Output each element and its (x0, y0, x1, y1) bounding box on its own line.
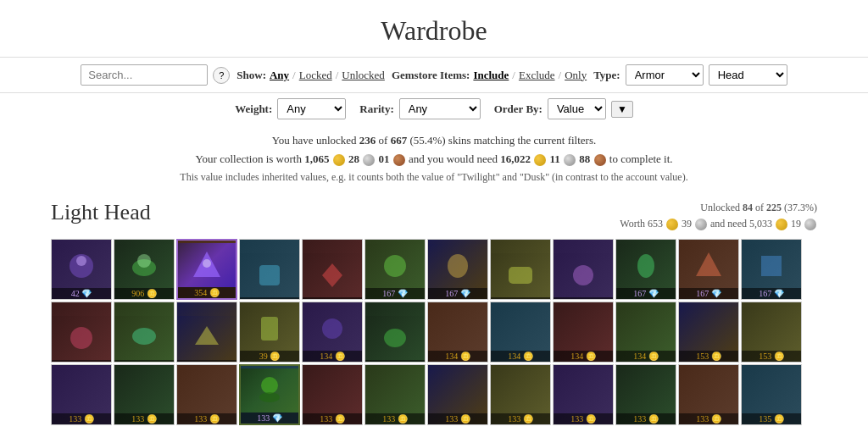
skin-cell[interactable] (553, 239, 614, 300)
stats-line1: You have unlocked 236 of 667 (55.4%) ski… (17, 131, 851, 150)
skin-image (616, 369, 676, 413)
order-filter: Order By: Value Name Rarity ▼ (494, 98, 633, 119)
worth-gold (666, 219, 678, 230)
skin-cell[interactable] (239, 239, 300, 300)
skin-cell[interactable] (114, 302, 175, 363)
skin-image (679, 369, 738, 413)
stats-line3: This value includes inherited values, e.… (17, 169, 851, 186)
skin-cell[interactable]: 167 💎 (741, 239, 802, 300)
section-meta: Unlocked 84 of 225 (37.3%) Worth 653 39 … (620, 200, 817, 232)
svg-rect-10 (509, 267, 532, 284)
skin-cell[interactable]: 133 🪙 (615, 364, 676, 425)
skin-cell[interactable]: 134 🪙 (553, 302, 614, 363)
skin-cell[interactable]: 39 🪙 (239, 302, 300, 363)
skin-cell[interactable]: 133 🪙 (427, 364, 488, 425)
skin-cost: 134 🪙 (616, 351, 676, 362)
skin-image (177, 369, 236, 413)
gemstore-only[interactable]: Only (565, 69, 587, 82)
skin-cost (365, 360, 425, 362)
copper-icon (393, 154, 405, 166)
skin-cell[interactable]: 134 🪙 (490, 302, 551, 363)
copper-icon2 (594, 154, 606, 166)
skin-cell[interactable]: 133 🪙 (114, 364, 175, 425)
skin-image (241, 368, 298, 413)
skin-cell[interactable] (364, 302, 426, 363)
skin-cost: 134 🪙 (491, 351, 550, 362)
skin-cell[interactable]: 153 🪙 (741, 302, 802, 363)
skin-cell[interactable]: 167 💎 (427, 239, 488, 300)
skin-cell[interactable]: 167 💎 (678, 239, 739, 300)
skin-cost: 133 🪙 (679, 413, 738, 424)
skin-cell[interactable]: 133 🪙 (176, 364, 237, 425)
skin-cost: 134 🪙 (554, 351, 613, 362)
skin-cell[interactable]: 133 🪙 (678, 364, 739, 425)
order-select[interactable]: Value Name Rarity (548, 98, 606, 119)
skin-cell[interactable]: 134 🪙 (302, 302, 363, 363)
skin-cell[interactable]: 153 🪙 (678, 302, 739, 363)
gemstore-include[interactable]: Include (473, 69, 509, 82)
skin-image (303, 307, 362, 351)
show-any[interactable]: Any (270, 69, 289, 82)
skin-image (52, 244, 111, 288)
skin-image (742, 307, 801, 351)
skin-image (491, 369, 550, 413)
help-button[interactable]: ? (213, 67, 230, 84)
search-input[interactable] (81, 64, 208, 86)
skin-cell[interactable]: 906 🪙 (114, 239, 175, 300)
skin-cost (491, 297, 550, 299)
show-unlocked[interactable]: Unlocked (342, 69, 385, 82)
rarity-filter: Rarity: Any Legendary Exotic Rare (359, 98, 480, 119)
weight-select[interactable]: Any Heavy Medium Light (277, 98, 346, 119)
skin-image (365, 244, 425, 288)
show-label: Show: (236, 69, 266, 82)
rarity-select[interactable]: Any Legendary Exotic Rare (399, 98, 481, 119)
skin-image (616, 244, 676, 288)
skin-cell[interactable]: 133 🪙 (553, 364, 614, 425)
skin-cell[interactable] (51, 302, 112, 363)
skin-cost: 906 🪙 (114, 288, 174, 299)
worth-silver (695, 219, 707, 230)
skin-cell[interactable]: 133 🪙 (364, 364, 426, 425)
skin-cell[interactable] (490, 239, 551, 300)
skin-cell[interactable]: 134 🪙 (427, 302, 488, 363)
type-select[interactable]: Armor Weapon Back Gathering (626, 64, 704, 86)
skin-image (240, 253, 299, 297)
gemstore-exclude[interactable]: Exclude (519, 69, 555, 82)
skin-cell[interactable]: 133 🪙 (51, 364, 112, 425)
svg-point-8 (384, 255, 406, 277)
order-label: Order By: (494, 102, 542, 116)
skin-cell[interactable] (302, 239, 363, 300)
skin-cost (177, 360, 236, 362)
skin-cell[interactable]: 133 💎 (239, 364, 300, 425)
skin-cell[interactable]: 167 💎 (615, 239, 676, 300)
skin-cost (303, 297, 362, 299)
skin-cost: 133 🪙 (554, 413, 613, 424)
skin-cell-highlighted[interactable]: 354 🪙 (176, 239, 237, 300)
sort-direction-button[interactable]: ▼ (611, 101, 633, 118)
svg-rect-18 (261, 317, 278, 341)
skin-cell[interactable]: 134 🪙 (615, 302, 676, 363)
skin-cell[interactable]: 133 🪙 (490, 364, 551, 425)
skin-cell[interactable] (176, 302, 237, 363)
skin-image (428, 307, 487, 351)
skin-cell[interactable]: 167 💎 (364, 239, 426, 300)
controls-bar: ? Show: Any / Locked / Unlocked Gemstore… (0, 57, 868, 93)
slot-select[interactable]: Head Shoulders Chest Hands Legs Feet (709, 64, 787, 86)
skin-image (52, 369, 111, 413)
skin-cell[interactable]: 135 🪙 (741, 364, 802, 425)
skin-cost: 133 💎 (241, 413, 298, 424)
show-locked[interactable]: Locked (299, 69, 332, 82)
svg-point-20 (384, 329, 406, 347)
skin-cell[interactable]: 42 💎 (51, 239, 112, 300)
skin-cell[interactable]: 133 🪙 (302, 364, 363, 425)
skin-cost: 354 🪙 (178, 287, 236, 298)
skin-cost: 39 🪙 (240, 351, 299, 362)
skin-cost: 133 🪙 (114, 413, 174, 424)
svg-point-15 (70, 327, 92, 349)
skin-cost: 133 🪙 (52, 413, 111, 424)
skin-cost: 167 💎 (742, 288, 801, 299)
skin-cost: 167 💎 (428, 288, 487, 299)
skin-image (742, 369, 801, 413)
skin-cost: 42 💎 (52, 288, 111, 299)
skin-image (114, 244, 174, 288)
